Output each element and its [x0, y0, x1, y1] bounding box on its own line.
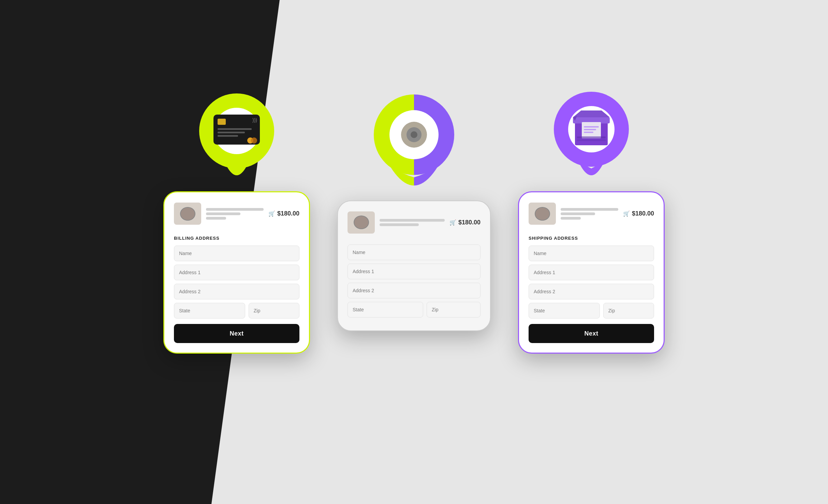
svg-rect-4	[218, 119, 226, 125]
shipping-next-button[interactable]: Next	[529, 324, 654, 343]
svg-point-18	[411, 131, 417, 138]
billing-line-3	[206, 217, 226, 220]
billing-address2-input[interactable]	[174, 284, 299, 299]
shipping-name-input[interactable]	[529, 246, 654, 261]
shipping-price: 🛒 $180.00	[623, 210, 654, 217]
location-pin	[370, 92, 458, 203]
shipping-pin	[550, 90, 632, 194]
shipping-state-zip-row	[529, 303, 654, 318]
loc-line-2	[380, 223, 419, 226]
billing-next-button[interactable]: Next	[174, 324, 299, 343]
svg-rect-24	[584, 126, 599, 128]
shipping-address1-input[interactable]	[529, 265, 654, 280]
billing-name-input[interactable]	[174, 246, 299, 261]
ship-line-2	[561, 212, 595, 215]
location-zip-input[interactable]	[427, 302, 480, 317]
shipping-card: 🛒 $180.00 SHIPPING ADDRESS Next	[518, 191, 665, 354]
svg-rect-6	[218, 132, 245, 133]
cart-icon-location: 🛒	[449, 219, 456, 226]
billing-zip-input[interactable]	[249, 303, 299, 318]
svg-rect-26	[584, 132, 593, 133]
location-address2-input[interactable]	[348, 283, 480, 298]
svg-rect-25	[584, 129, 596, 130]
shipping-product-row: 🛒 $180.00	[529, 203, 654, 230]
location-price: 🛒 $180.00	[449, 219, 480, 226]
shipping-product-thumb	[529, 203, 556, 225]
location-name-input[interactable]	[348, 244, 480, 260]
shipping-zip-input[interactable]	[603, 303, 654, 318]
svg-rect-27	[577, 136, 606, 138]
billing-label: BILLING ADDRESS	[174, 236, 299, 241]
location-card: 🛒 $180.00	[337, 201, 491, 331]
location-state-zip-row	[348, 302, 480, 317]
shipping-state-input[interactable]	[529, 303, 600, 318]
billing-pin: )))	[196, 90, 278, 194]
svg-text:))): )))	[252, 117, 257, 123]
billing-card: ))) 🛒 $180.00 BILLING ADDRESS	[163, 191, 310, 354]
cart-icon-billing: 🛒	[268, 210, 275, 217]
location-address1-input[interactable]	[348, 264, 480, 279]
svg-rect-28	[577, 139, 606, 141]
loc-line-1	[380, 219, 445, 222]
location-product-thumb	[348, 211, 375, 234]
billing-product-thumb	[174, 203, 201, 225]
billing-product-row: 🛒 $180.00	[174, 203, 299, 230]
cart-icon-shipping: 🛒	[623, 210, 630, 217]
location-product-lines	[380, 219, 445, 226]
billing-line-1	[206, 208, 264, 211]
billing-price: 🛒 $180.00	[268, 210, 299, 217]
shipping-product-lines	[561, 208, 618, 220]
svg-rect-7	[218, 135, 238, 137]
location-product-row: 🛒 $180.00	[348, 211, 480, 239]
ship-line-1	[561, 208, 618, 211]
svg-point-10	[251, 137, 257, 144]
shipping-address2-input[interactable]	[529, 284, 654, 299]
location-state-input[interactable]	[348, 302, 423, 317]
billing-address1-input[interactable]	[174, 265, 299, 280]
billing-product-lines	[206, 208, 264, 220]
billing-state-input[interactable]	[174, 303, 245, 318]
ship-line-3	[561, 217, 581, 220]
billing-line-2	[206, 212, 240, 215]
svg-rect-5	[218, 128, 252, 130]
billing-state-zip-row	[174, 303, 299, 318]
shipping-label: SHIPPING ADDRESS	[529, 236, 654, 241]
